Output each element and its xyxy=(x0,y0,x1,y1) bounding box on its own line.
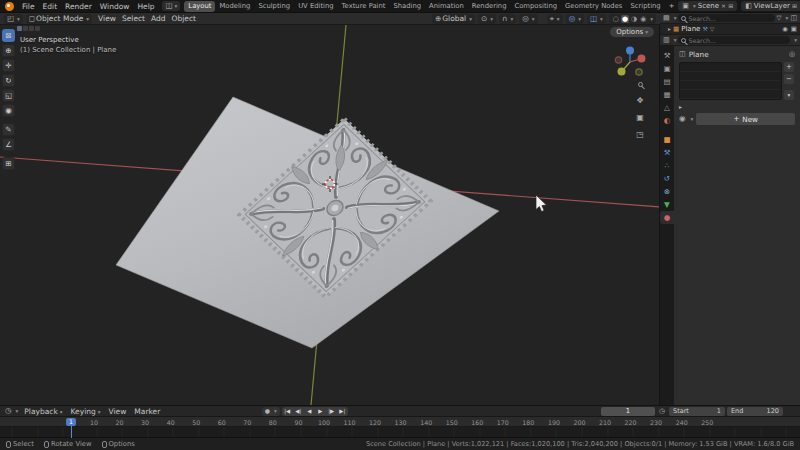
gizmo-z-axis[interactable] xyxy=(626,47,634,55)
blender-logo-icon[interactable] xyxy=(5,2,14,11)
cursor-tool[interactable]: ⊕ xyxy=(2,44,15,57)
pin-icon[interactable]: ◎ xyxy=(789,51,795,58)
select-box-tool[interactable]: ⊠ xyxy=(2,29,15,42)
jump-to-end-button[interactable]: ▶| xyxy=(337,408,348,414)
workspace-tab[interactable]: Layout xyxy=(184,1,215,12)
tab-view-layer[interactable]: ▦ xyxy=(660,88,674,101)
transform-orientation[interactable]: ⊕Global▾ xyxy=(432,14,475,24)
jump-to-start-button[interactable]: |◀ xyxy=(282,408,293,414)
current-frame-field[interactable]: 1 xyxy=(601,407,655,416)
gizmo-x-axis[interactable] xyxy=(638,55,646,63)
select-subtract-button[interactable] xyxy=(29,26,34,31)
timeline-menu[interactable]: View xyxy=(105,407,131,416)
scene-selector[interactable]: ▣▾ Scene × ⊞ xyxy=(678,1,737,11)
timeline-editor-icon[interactable]: ◷ xyxy=(5,407,12,415)
add-cube-tool[interactable]: ⊞ xyxy=(2,157,15,170)
tab-modifiers[interactable]: ⚒ xyxy=(660,146,674,159)
view-layer-selector[interactable]: ◧ ViewLayer ⊞ xyxy=(741,1,800,11)
workspace-tab[interactable]: Animation xyxy=(425,1,468,12)
topbar-menu[interactable]: Render xyxy=(61,1,96,12)
frame-end-field[interactable]: End120 xyxy=(727,407,783,416)
material-sphere-icon[interactable]: ◉ xyxy=(679,115,686,123)
next-keyframe-button[interactable]: |▶ xyxy=(326,408,337,414)
tab-world[interactable]: ◐ xyxy=(660,114,674,127)
gizmo-y-neg-axis[interactable] xyxy=(636,69,642,75)
pan-button[interactable]: ✥ xyxy=(634,95,646,107)
select-set-button[interactable] xyxy=(17,26,22,31)
viewport-menu[interactable]: Select xyxy=(119,14,148,23)
properties-editor-icon[interactable]: ▥ xyxy=(663,37,670,44)
tab-constraints[interactable]: ⊗ xyxy=(660,185,674,198)
viewport-menu[interactable]: View xyxy=(95,14,119,23)
workspace-tab[interactable]: Texture Paint xyxy=(338,1,390,12)
transform-tool[interactable]: ◉ xyxy=(2,104,15,117)
outliner-search-input[interactable] xyxy=(688,15,771,22)
measure-tool[interactable]: ∠ xyxy=(2,138,15,151)
editor-type-selector[interactable]: ◰▾ xyxy=(4,14,23,24)
filter-icon[interactable]: ▽ xyxy=(777,15,782,22)
select-extend-button[interactable] xyxy=(23,26,28,31)
topbar-menu[interactable]: Help xyxy=(133,1,158,12)
workspace-tab[interactable]: UV Editing xyxy=(294,1,337,12)
add-slot-button[interactable]: + xyxy=(784,62,794,72)
tab-object[interactable]: ■ xyxy=(660,133,674,146)
tab-output[interactable]: ▤ xyxy=(660,75,674,88)
viewport-menu[interactable]: Object xyxy=(169,14,199,23)
camera-view-button[interactable]: ▣ xyxy=(634,112,646,124)
outliner-display-mode-icon[interactable]: ▤ xyxy=(663,15,670,22)
mode-selector[interactable]: ◻Object Mode▾ xyxy=(26,14,92,24)
overlays-toggle[interactable]: ◎▾ xyxy=(566,14,584,24)
scale-tool[interactable]: ◱ xyxy=(2,89,15,102)
shading-wireframe-button[interactable]: ○ xyxy=(612,15,620,23)
properties-search-input[interactable] xyxy=(688,37,787,44)
previous-keyframe-button[interactable]: ◀| xyxy=(293,408,304,414)
zoom-button[interactable] xyxy=(634,78,646,90)
navigation-gizmo[interactable] xyxy=(612,44,648,80)
workspace-tab[interactable]: Geometry Nodes xyxy=(561,1,626,12)
timeline-ruler[interactable]: 1 10203040506070809010011012013014015016… xyxy=(0,417,800,427)
workspace-tab[interactable]: Rendering xyxy=(468,1,511,12)
perspective-toggle-button[interactable]: ◳ xyxy=(634,129,646,141)
outliner-item-plane[interactable]: ▸ ▦ Plane ⚒ ▽ ◉ ▣ xyxy=(660,24,800,35)
move-tool[interactable]: ✛ xyxy=(2,59,15,72)
gizmos-toggle[interactable]: ⌖▾ xyxy=(547,14,563,24)
outliner-search[interactable] xyxy=(678,14,774,22)
xray-toggle[interactable]: ◫▾ xyxy=(587,14,606,24)
tab-render[interactable]: ▣ xyxy=(660,62,674,75)
shading-solid-button[interactable]: ● xyxy=(621,15,629,23)
play-reverse-button[interactable]: ◀ xyxy=(304,408,315,414)
tab-material[interactable]: ● xyxy=(660,211,674,224)
new-material-button[interactable]: +New xyxy=(696,113,795,125)
hide-eye-icon[interactable]: ◉ xyxy=(782,26,788,33)
timeline-menu[interactable]: Marker xyxy=(130,407,164,416)
workspace-tab[interactable]: Shading xyxy=(389,1,425,12)
remove-slot-button[interactable]: − xyxy=(784,74,794,84)
annotate-tool[interactable]: ✎ xyxy=(2,123,15,136)
topbar-menu[interactable]: File xyxy=(18,1,39,12)
tab-object-data[interactable]: ▼ xyxy=(660,198,674,211)
tab-physics[interactable]: ↺ xyxy=(660,172,674,185)
new-view-layer-icon[interactable]: ⊞ xyxy=(792,3,797,9)
workspace-tab[interactable]: + xyxy=(665,1,679,12)
workspace-tab[interactable]: Modeling xyxy=(215,1,254,12)
tab-particles[interactable]: ∴ xyxy=(660,159,674,172)
tab-scene[interactable]: △ xyxy=(660,101,674,114)
timeline-canvas[interactable] xyxy=(0,427,800,437)
shading-rendered-button[interactable]: ◉ xyxy=(639,15,647,23)
timeline-menu[interactable]: Playback▾ xyxy=(20,407,66,416)
new-scene-icon[interactable]: ⊞ xyxy=(728,3,733,9)
snap-toggle[interactable]: ∩▾ xyxy=(499,14,516,24)
new-collection-icon[interactable]: ◫ xyxy=(790,15,797,22)
timeline-menu[interactable]: Keying▾ xyxy=(67,407,105,416)
properties-search[interactable] xyxy=(678,36,790,44)
slot-specials-button[interactable]: ▾ xyxy=(784,90,794,100)
disclosure-triangle-icon[interactable]: ▸ xyxy=(668,26,671,32)
proportional-editing[interactable]: ◎▾ xyxy=(519,14,537,24)
playhead-line[interactable] xyxy=(71,425,72,438)
viewport-3d[interactable]: ⊠⊕✛↻◱◉✎∠⊞ User Perspective (1) Scene Col… xyxy=(0,25,660,405)
material-slot-list[interactable] xyxy=(679,62,782,100)
gizmo-x-neg-axis[interactable] xyxy=(615,57,621,63)
select-intersect-button[interactable] xyxy=(35,26,40,31)
viewport-menu[interactable]: Add xyxy=(148,14,169,23)
rotate-tool[interactable]: ↻ xyxy=(2,74,15,87)
